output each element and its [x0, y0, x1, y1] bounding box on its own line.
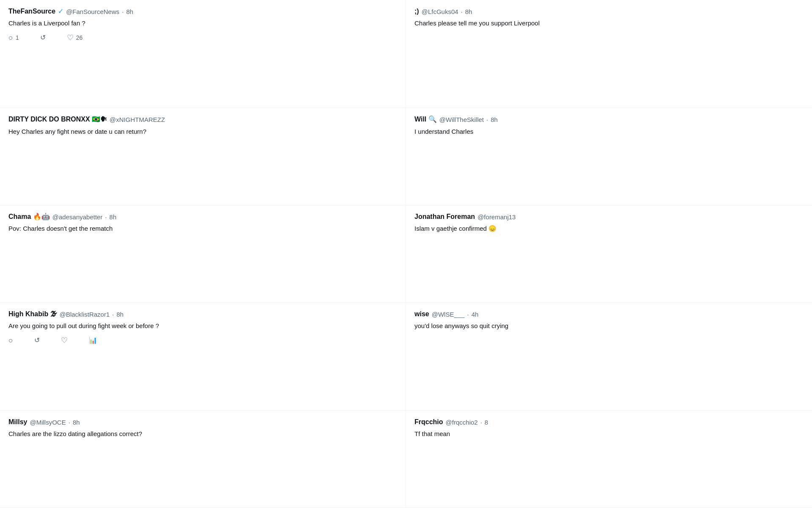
tweet-1-time: ·: [122, 7, 123, 16]
tweet-4-dot: ·: [486, 115, 488, 124]
tweet-8-header: wise @WlSE___ · 4h: [414, 309, 804, 319]
tweet-10: Frqcchio @frqcchio2 · 8 Tf that mean: [406, 411, 812, 508]
tweet-7-retweet-action[interactable]: ↺: [34, 336, 40, 345]
tweet-2: ;) @LfcGuks04 · 8h Charles please tell m…: [406, 0, 812, 108]
tweet-7-time: 8h: [116, 310, 123, 319]
tweet-5-body: Pov: Charles doesn't get the rematch: [8, 224, 397, 234]
tweet-2-username: ;): [414, 7, 419, 16]
tweet-1-body: Charles is a Liverpool fan ?: [8, 19, 397, 28]
tweet-9-body: Charles are the lizzo dating allegations…: [8, 429, 397, 439]
tweet-8-username: wise: [414, 309, 429, 319]
tweet-1: TheFanSource ✓ @FanSourceNews · 8h Charl…: [0, 0, 406, 108]
tweet-4-handle: @WillTheSkillet: [439, 115, 484, 124]
tweet-7-like-action[interactable]: ♡: [61, 335, 68, 346]
tweet-7-reply-action[interactable]: ○: [8, 335, 13, 346]
tweet-2-time: 8h: [465, 7, 472, 16]
retweet-action[interactable]: ↺: [40, 33, 46, 42]
like-icon: ♡: [67, 33, 74, 43]
tweet-9-time: 8h: [73, 418, 80, 427]
tweet-4-header: Will 🔍 @WillTheSkillet · 8h: [414, 115, 804, 124]
tweet-9-header: Millsy @MillsyOCE · 8h: [8, 417, 397, 427]
tweet-2-body: Charles please tell me you support Liver…: [414, 19, 804, 28]
like-action[interactable]: ♡ 26: [67, 33, 83, 43]
tweet-8-time: 4h: [472, 310, 479, 319]
tweet-9-username: Millsy: [8, 417, 27, 427]
tweet-6: Jonathan Foreman @foreman​j13 Islam v ga…: [406, 205, 812, 303]
tweet-1-actions: ○ 1 ↺ ♡ 26: [8, 33, 397, 43]
tweet-6-body: Islam v gaethje confirmed 😞: [414, 224, 804, 234]
tweet-5-dot: ·: [105, 213, 107, 221]
tweet-5-handle: @adesanyabetter: [52, 213, 103, 221]
tweet-1-time-val: 8h: [126, 7, 133, 16]
tweet-10-body: Tf that mean: [414, 429, 804, 439]
tweet-10-handle: @frqcchio2: [446, 418, 478, 427]
tweet-8-body: you'd lose anyways so quit crying: [414, 321, 804, 331]
tweet-4-username: Will 🔍: [414, 115, 437, 124]
tweet-3-header: DIRTY DICK DO BRONXX 🇧🇷🗣 @xNIGHTMAREZZ: [8, 115, 397, 124]
reply-count: 1: [16, 34, 19, 42]
tweet-7: High Khabib 🌫 @BlacklistRazor1 · 8h Are …: [0, 303, 406, 411]
tweet-7-like-icon: ♡: [61, 335, 68, 346]
reply-action[interactable]: ○ 1: [8, 33, 19, 43]
tweet-7-actions: ○ ↺ ♡ 📊: [8, 335, 397, 346]
tweet-6-header: Jonathan Foreman @foreman​j13: [414, 212, 804, 221]
tweet-9-handle: @MillsyOCE: [30, 418, 66, 427]
tweet-7-analytics-icon: 📊: [89, 336, 97, 345]
tweet-7-retweet-icon: ↺: [34, 336, 40, 345]
tweet-5-time: 8h: [110, 213, 117, 221]
tweet-7-username: High Khabib 🌫: [8, 309, 57, 319]
tweet-5: Chama 🔥🤖 @adesanyabetter · 8h Pov: Charl…: [0, 205, 406, 303]
tweet-4-time: 8h: [491, 115, 498, 124]
tweet-2-header: ;) @LfcGuks04 · 8h: [414, 7, 804, 16]
tweet-7-analytics-action[interactable]: 📊: [89, 336, 97, 345]
tweet-10-header: Frqcchio @frqcchio2 · 8: [414, 417, 804, 427]
tweet-10-username: Frqcchio: [414, 417, 443, 427]
tweet-1-handle: @FanSourceNews: [66, 7, 119, 16]
like-count: 26: [76, 34, 83, 42]
tweet-6-handle: @foreman​j13: [477, 213, 516, 221]
tweet-9: Millsy @MillsyOCE · 8h Charles are the l…: [0, 411, 406, 508]
tweet-2-handle: @LfcGuks04: [422, 7, 458, 16]
tweet-4: Will 🔍 @WillTheSkillet · 8h I understand…: [406, 108, 812, 205]
tweet-5-header: Chama 🔥🤖 @adesanyabetter · 8h: [8, 212, 397, 221]
tweet-7-handle: @BlacklistRazor1: [60, 310, 110, 319]
tweet-1-header: TheFanSource ✓ @FanSourceNews · 8h: [8, 7, 397, 16]
tweet-3-body: Hey Charles any fight news or date u can…: [8, 127, 397, 137]
tweet-10-time: 8: [485, 418, 488, 427]
tweet-8-dot: ·: [467, 310, 469, 319]
tweet-5-username: Chama 🔥🤖: [8, 212, 50, 221]
tweet-1-username: TheFanSource: [8, 7, 55, 16]
tweet-7-reply-icon: ○: [8, 335, 13, 346]
tweet-8-handle: @WlSE___: [432, 310, 465, 319]
tweet-grid: TheFanSource ✓ @FanSourceNews · 8h Charl…: [0, 0, 812, 508]
tweet-9-dot: ·: [69, 418, 70, 427]
tweet-3: DIRTY DICK DO BRONXX 🇧🇷🗣 @xNIGHTMAREZZ H…: [0, 108, 406, 205]
reply-icon: ○: [8, 33, 13, 43]
tweet-3-username: DIRTY DICK DO BRONXX 🇧🇷🗣: [8, 115, 107, 124]
tweet-8: wise @WlSE___ · 4h you'd lose anyways so…: [406, 303, 812, 411]
tweet-7-dot: ·: [112, 310, 114, 319]
tweet-1-verified: ✓: [58, 7, 63, 16]
tweet-10-dot: ·: [480, 418, 482, 427]
tweet-6-username: Jonathan Foreman: [414, 212, 475, 221]
tweet-7-body: Are you going to pull out during fight w…: [8, 321, 397, 331]
tweet-2-dot: ·: [461, 7, 463, 16]
tweet-3-handle: @xNIGHTMAREZZ: [110, 115, 165, 124]
retweet-icon: ↺: [40, 33, 46, 42]
tweet-7-header: High Khabib 🌫 @BlacklistRazor1 · 8h: [8, 309, 397, 319]
tweet-4-body: I understand Charles: [414, 127, 804, 137]
